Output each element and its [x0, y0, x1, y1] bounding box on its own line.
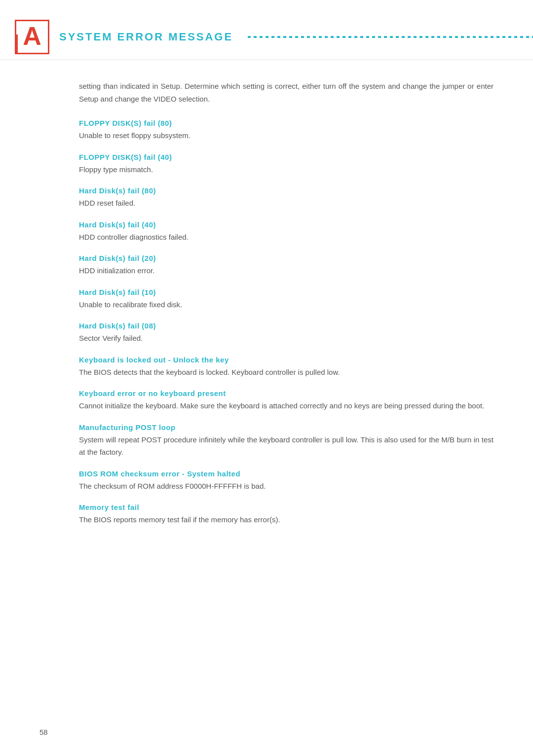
error-title-hdd-10: Hard Disk(s) fail (10): [79, 288, 494, 296]
error-desc-hdd-10: Unable to recalibrate fixed disk.: [79, 298, 494, 311]
error-title-hdd-20: Hard Disk(s) fail (20): [79, 254, 494, 262]
error-title-hdd-08: Hard Disk(s) fail (08): [79, 322, 494, 330]
header-title-area: System Error Message: [59, 31, 533, 43]
chapter-letter-box: A: [15, 20, 49, 54]
error-title-hdd-80: Hard Disk(s) fail (80): [79, 186, 494, 195]
error-title-floppy-40: FLOPPY DISK(S) fail (40): [79, 153, 494, 161]
page-title: System Error Message: [59, 31, 233, 43]
error-desc-floppy-80: Unable to reset floppy subsystem.: [79, 129, 494, 142]
error-desc-memory-test: The BIOS reports memory test fail if the…: [79, 513, 494, 526]
page-number: 58: [39, 728, 48, 736]
error-title-bios-checksum: BIOS ROM checksum error - System halted: [79, 469, 494, 478]
error-section-hdd-08: Hard Disk(s) fail (08)Sector Verify fail…: [79, 322, 494, 345]
error-section-manufacturing-post: Manufacturing POST loopSystem will repea…: [79, 423, 494, 459]
error-desc-hdd-40: HDD controller diagnostics failed.: [79, 231, 494, 244]
header-decoration: [248, 36, 533, 38]
error-desc-keyboard-error: Cannot initialize the keyboard. Make sur…: [79, 399, 494, 412]
error-section-keyboard-error: Keyboard error or no keyboard presentCan…: [79, 389, 494, 412]
error-section-floppy-40: FLOPPY DISK(S) fail (40)Floppy type mism…: [79, 153, 494, 176]
page-header: A System Error Message: [0, 20, 533, 60]
sections-container: FLOPPY DISK(S) fail (80)Unable to reset …: [79, 119, 494, 526]
chapter-letter: A: [23, 23, 41, 49]
error-section-hdd-40: Hard Disk(s) fail (40)HDD controller dia…: [79, 220, 494, 244]
error-desc-hdd-08: Sector Verify failed.: [79, 332, 494, 345]
error-title-floppy-80: FLOPPY DISK(S) fail (80): [79, 119, 494, 127]
error-desc-bios-checksum: The checksum of ROM address F0000H-FFFFF…: [79, 480, 494, 493]
error-section-bios-checksum: BIOS ROM checksum error - System haltedT…: [79, 469, 494, 493]
page-content: setting than indicated in Setup. Determi…: [0, 80, 533, 526]
error-section-hdd-20: Hard Disk(s) fail (20)HDD initialization…: [79, 254, 494, 277]
error-desc-manufacturing-post: System will repeat POST procedure infini…: [79, 433, 494, 459]
error-title-keyboard-locked: Keyboard is locked out - Unlock the key: [79, 356, 494, 364]
error-desc-floppy-40: Floppy type mismatch.: [79, 163, 494, 176]
error-section-keyboard-locked: Keyboard is locked out - Unlock the keyT…: [79, 356, 494, 379]
page-container: A System Error Message setting than indi…: [0, 0, 533, 756]
error-section-hdd-80: Hard Disk(s) fail (80)HDD reset failed.: [79, 186, 494, 210]
intro-paragraph: setting than indicated in Setup. Determi…: [79, 80, 494, 105]
error-section-memory-test: Memory test failThe BIOS reports memory …: [79, 503, 494, 526]
error-title-hdd-40: Hard Disk(s) fail (40): [79, 220, 494, 229]
error-title-keyboard-error: Keyboard error or no keyboard present: [79, 389, 494, 397]
error-title-memory-test: Memory test fail: [79, 503, 494, 511]
error-section-hdd-10: Hard Disk(s) fail (10)Unable to recalibr…: [79, 288, 494, 311]
error-desc-hdd-80: HDD reset failed.: [79, 197, 494, 210]
error-title-manufacturing-post: Manufacturing POST loop: [79, 423, 494, 432]
error-desc-keyboard-locked: The BIOS detects that the keyboard is lo…: [79, 366, 494, 379]
error-section-floppy-80: FLOPPY DISK(S) fail (80)Unable to reset …: [79, 119, 494, 142]
error-desc-hdd-20: HDD initialization error.: [79, 264, 494, 277]
